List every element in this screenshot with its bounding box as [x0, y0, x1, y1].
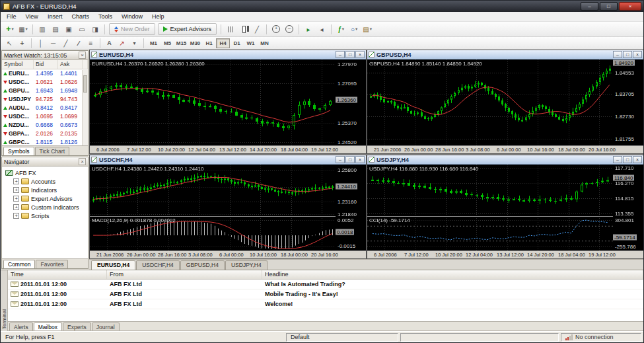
timeframe-h4-button[interactable]: H4 — [216, 38, 230, 48]
title-bar[interactable]: AFB FX - EURUSD,H4 — [1, 1, 643, 12]
chart-minimize-button[interactable] — [613, 51, 622, 58]
menu-tools[interactable]: Tools — [94, 13, 117, 20]
new-chart-icon[interactable]: ▾ — [3, 23, 17, 35]
candlesticks-icon[interactable] — [237, 23, 250, 35]
market-watch-icon[interactable] — [36, 23, 49, 35]
navigator-root[interactable]: AFB FX — [2, 169, 88, 177]
chart-minimize-button[interactable] — [336, 51, 345, 58]
market-watch-row[interactable]: USDJPY94.72594.743 — [2, 95, 88, 104]
trendline-tool-icon[interactable] — [59, 38, 72, 48]
mailbox-row[interactable]: 2011.01.01 12:00AFB FX LtdWelcome! — [8, 299, 643, 309]
navigator-item-accounts[interactable]: Accounts — [2, 177, 88, 186]
expert-advisors-button[interactable]: Expert Advisors — [158, 23, 217, 35]
fibonacci-tool-icon[interactable] — [85, 38, 97, 48]
menu-insert[interactable]: Insert — [43, 13, 67, 20]
mailbox-row[interactable]: 2011.01.01 12:00AFB FX LtdMobile Trading… — [8, 289, 643, 299]
cursor-tool-icon[interactable] — [3, 38, 16, 48]
chart-plot[interactable]: EURUSD,H4 1.26370 1.26520 1.26280 1.2636… — [90, 59, 336, 145]
timeframe-d1-button[interactable]: D1 — [230, 38, 244, 48]
market-watch-row[interactable]: EURU...1.43951.4401 — [2, 69, 88, 78]
horizontal-line-tool-icon[interactable] — [47, 38, 59, 48]
timeframe-m1-button[interactable]: M1 — [147, 38, 161, 48]
chart-restore-button[interactable] — [623, 51, 632, 58]
chart-restore-button[interactable] — [345, 51, 355, 58]
menu-help[interactable]: Help — [147, 13, 169, 20]
chart-minimize-button[interactable] — [613, 156, 622, 163]
maximize-button[interactable] — [600, 2, 618, 11]
candlestick-canvas[interactable] — [90, 165, 336, 250]
data-window-icon[interactable] — [49, 23, 62, 35]
chart-plot[interactable]: USDJPY,H4 116.880 116.930 116.680 116.84… — [367, 165, 613, 250]
close-button[interactable] — [619, 2, 641, 11]
mailbox-row[interactable]: 2011.01.01 12:00AFB FX LtdWhat Is Automa… — [8, 280, 643, 289]
line-chart-icon[interactable] — [250, 23, 264, 35]
chart-tab-eurusd-h4[interactable]: EURUSD,H4 — [91, 260, 135, 270]
chart-close-button[interactable] — [633, 156, 642, 163]
terminal-tab-alerts[interactable]: Alerts — [9, 323, 33, 331]
market-watch-row[interactable]: GBPU...1.69431.6948 — [2, 87, 88, 95]
minimize-button[interactable] — [581, 2, 598, 11]
crosshair-tool-icon[interactable] — [16, 38, 28, 48]
timeframe-w1-button[interactable]: W1 — [244, 38, 258, 48]
navigator-tab-favorites[interactable]: Favorites — [36, 260, 68, 268]
shapes-tool-icon[interactable] — [128, 38, 141, 48]
scrollbar-thumb[interactable] — [83, 75, 87, 93]
menu-view[interactable]: View — [21, 13, 43, 20]
navigator-item-custom-indicators[interactable]: Custom Indicators — [2, 203, 88, 211]
expand-plus-icon[interactable] — [13, 196, 19, 202]
arrows-tool-icon[interactable] — [116, 38, 128, 48]
market-watch-row[interactable]: AUDU...0.84120.8417 — [2, 104, 88, 112]
zoom-in-icon[interactable] — [269, 23, 283, 35]
navigator-header[interactable]: Navigator — [2, 157, 88, 167]
chart-close-button[interactable] — [355, 51, 365, 58]
timeframe-h1-button[interactable]: H1 — [202, 38, 216, 48]
bar-chart-icon[interactable] — [224, 23, 237, 35]
terminal-tab-journal[interactable]: Journal — [92, 323, 120, 331]
timeframe-m15-button[interactable]: M15 — [174, 38, 188, 48]
menu-window[interactable]: Window — [117, 13, 147, 20]
zoom-out-icon[interactable] — [283, 23, 296, 35]
navigator-icon[interactable] — [62, 23, 75, 35]
indicators-icon[interactable]: ▾ — [334, 23, 347, 35]
chart-tab-gbpusd-h4[interactable]: GBPUSD,H4 — [180, 260, 225, 270]
candlestick-canvas[interactable] — [367, 165, 613, 250]
market-watch-scrollbar[interactable] — [82, 70, 88, 145]
chart-shift-icon[interactable] — [315, 23, 328, 35]
chart-close-button[interactable] — [355, 156, 365, 163]
auto-scroll-icon[interactable] — [302, 23, 315, 35]
chart-title-bar[interactable]: USDJPY,H4 — [367, 155, 643, 165]
navigator-close-icon[interactable] — [79, 158, 86, 165]
periods-icon[interactable]: ▾ — [347, 23, 361, 35]
market-watch-close-icon[interactable] — [79, 52, 86, 59]
chart-plot[interactable]: GBPUSD,H4 1.84890 1.85140 1.84850 1.8492… — [367, 59, 613, 145]
chart-minimize-button[interactable] — [336, 156, 345, 163]
navigator-item-expert-advisors[interactable]: Expert Advisors — [2, 194, 88, 203]
vertical-line-tool-icon[interactable] — [34, 38, 47, 48]
market-watch-row[interactable]: GBPC...1.81151.8126 — [2, 138, 88, 145]
expand-plus-icon[interactable] — [13, 213, 19, 219]
chart-title-bar[interactable]: EURUSD,H4 — [90, 50, 366, 59]
candlestick-canvas[interactable] — [367, 59, 613, 145]
navigator-tab-common[interactable]: Common — [3, 260, 35, 268]
terminal-tab-experts[interactable]: Experts — [63, 323, 91, 331]
menu-file[interactable]: File — [2, 13, 21, 20]
terminal-tab-mailbox[interactable]: Mailbox — [34, 323, 62, 331]
expand-plus-icon[interactable] — [13, 204, 19, 210]
new-order-button[interactable]: New Order — [109, 23, 155, 35]
navigator-item-indicators[interactable]: Indicators — [2, 186, 88, 194]
timeframe-mn-button[interactable]: MN — [258, 38, 271, 48]
chart-restore-button[interactable] — [623, 156, 632, 163]
market-watch-row[interactable]: USDC...1.06951.0699 — [2, 112, 88, 121]
timeframe-m30-button[interactable]: M30 — [188, 38, 202, 48]
chart-close-button[interactable] — [633, 51, 642, 58]
chart-tab-usdjpy-h4[interactable]: USDJPY,H4 — [225, 260, 268, 270]
candlestick-canvas[interactable] — [90, 59, 336, 145]
channel-tool-icon[interactable] — [72, 38, 85, 48]
market-watch-row[interactable]: GBPA...2.01262.0135 — [2, 130, 88, 138]
strategy-tester-icon[interactable] — [89, 23, 102, 35]
navigator-item-scripts[interactable]: Scripts — [2, 211, 88, 220]
chart-tab-usdchf-h4[interactable]: USDCHF,H4 — [136, 260, 180, 270]
menu-charts[interactable]: Charts — [67, 13, 94, 20]
market-watch-header[interactable]: Market Watch: 13:15:05 — [2, 51, 88, 60]
expand-plus-icon[interactable] — [13, 187, 19, 193]
